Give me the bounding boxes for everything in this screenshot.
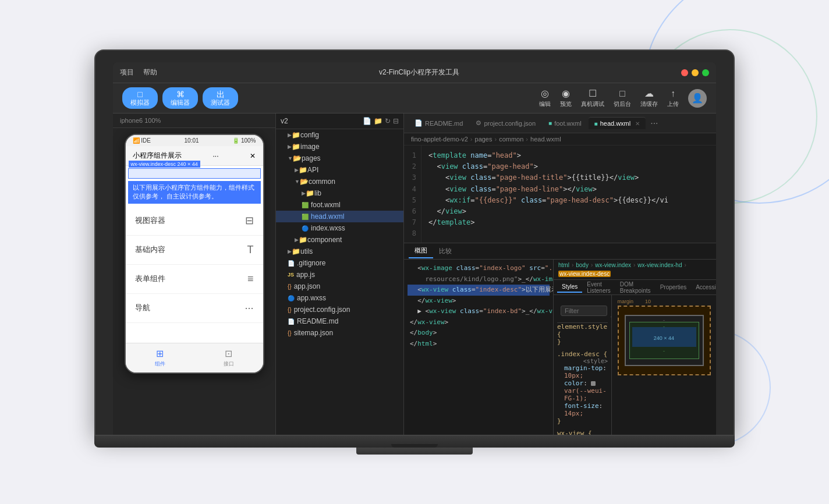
elem-wx-view-desc[interactable]: wx-view.index-desc [558, 271, 611, 277]
editor-button[interactable]: ⌘ 编辑器 [162, 87, 198, 109]
box-model: margin 10 - [611, 295, 716, 435]
dom-line-selected[interactable]: <wx-view class="index-desc">以下用展示小程序官方组件… [408, 285, 550, 296]
dom-view[interactable]: <wx-image class="index-logo" src="../res… [404, 260, 553, 435]
breadcrumb: fino-applet-demo-v2 › pages › common › h… [404, 133, 716, 145]
tab-foot-wxml[interactable]: ■ foot.wxml [543, 118, 587, 129]
elem-wx-view-hd[interactable]: wx-view.index-hd [637, 262, 682, 268]
device-debug-action[interactable]: ☐ 真机调试 [581, 88, 604, 108]
view-container-icon: ⊟ [245, 214, 254, 227]
menu-bar: 项目 帮助 [120, 68, 157, 77]
phone-battery: 🔋 100% [232, 137, 256, 144]
tree-item-label: head.wxml [311, 212, 344, 221]
more-tabs-icon[interactable]: ··· [647, 118, 661, 129]
clear-cache-action[interactable]: ☁ 清缓存 [640, 88, 658, 108]
phone-header-menu[interactable]: ··· [212, 152, 218, 160]
tester-button[interactable]: 出 测试器 [203, 87, 238, 109]
simulator-button[interactable]: □ 模拟器 [122, 87, 158, 109]
btab-compare[interactable]: 比较 [433, 244, 458, 258]
readme-tab-icon: 📄 [414, 119, 423, 127]
tree-item-common[interactable]: ▼ 📂 common [276, 176, 403, 187]
tree-item-label: component [307, 236, 342, 244]
stab-accessibility[interactable]: Accessibility [691, 282, 716, 292]
filter-input[interactable] [561, 306, 607, 316]
stab-dom-breakpoints[interactable]: DOM Breakpoints [615, 279, 656, 296]
elem-html[interactable]: html [558, 262, 569, 268]
tree-item-config[interactable]: ▶ 📁 config [276, 129, 403, 141]
elem-wx-view-index[interactable]: wx-view.index [595, 262, 631, 268]
tree-item-index-wxss[interactable]: 🔵 index.wxss [276, 222, 403, 234]
tree-item-project-config.json[interactable]: {} project.config.json [276, 304, 403, 315]
new-folder-icon[interactable]: 📁 [374, 117, 382, 125]
phone-signal: 📶 IDE [133, 137, 151, 144]
tree-item-label: common [309, 178, 335, 186]
elem-body[interactable]: body [576, 262, 589, 268]
menu-item-help[interactable]: 帮助 [143, 68, 157, 77]
code-line-2: <view class="page-head"> [428, 161, 709, 172]
refresh-icon[interactable]: ↻ [385, 117, 391, 125]
maximize-button[interactable] [702, 69, 709, 76]
list-item-view-container[interactable]: 视图容器 ⊟ [126, 206, 263, 236]
tree-item--gitignore[interactable]: 📄 .gitignore [276, 257, 403, 269]
btab-overview[interactable]: 概图 [409, 244, 433, 258]
tree-item-label: README.md [297, 317, 338, 325]
nav-interface[interactable]: ⊡ 接口 [194, 343, 263, 372]
laptop-base [94, 436, 735, 448]
tree-item-app-wxss[interactable]: 🔵 app.wxss [276, 292, 403, 304]
tree-item-API[interactable]: ▶ 📁 API [276, 164, 403, 176]
close-tab-icon[interactable]: ✕ [635, 120, 640, 127]
laptop-wrapper: 项目 帮助 v2-FinClip小程序开发工具 □ [94, 49, 735, 455]
tree-item-app-json[interactable]: {} app.json [276, 281, 403, 292]
tab-readme[interactable]: 📄 README.md [409, 117, 469, 129]
list-item-nav[interactable]: 导航 ··· [126, 294, 263, 323]
window-controls [681, 69, 709, 76]
tree-item-utils[interactable]: ▶ 📁 utils [276, 246, 403, 257]
app-title: v2-FinClip小程序开发工具 [157, 68, 681, 77]
tree-item-foot-wxml[interactable]: 🟩 foot.wxml [276, 199, 403, 211]
background-action[interactable]: □ 切后台 [614, 88, 631, 108]
tab-project-config[interactable]: ⚙ project.config.json [470, 117, 541, 129]
tree-item-app-js[interactable]: JS app.js [276, 269, 403, 281]
nav-components[interactable]: ⊞ 组件 [126, 343, 194, 372]
screen-inner: 项目 帮助 v2-FinClip小程序开发工具 □ [113, 62, 716, 435]
tree-item-lib[interactable]: ▶ 📁 lib [276, 187, 403, 199]
head-wxml-icon: ■ [594, 120, 598, 127]
bottom-panel-tabs: 概图 比较 [404, 243, 716, 260]
code-editor[interactable]: 12345678 <template name="head"> <view cl… [404, 145, 716, 243]
file-tree-items: ▶ 📁 config▶ 📁 image▼ 📂 pages▶ 📁 API▼ 📂 c… [276, 129, 403, 339]
tree-item-component[interactable]: ▶ 📁 component [276, 234, 403, 246]
editor-area: 📄 README.md ⚙ project.config.json ■ foot… [404, 113, 716, 435]
list-item-form[interactable]: 表单组件 ≡ [126, 265, 263, 294]
minimize-button[interactable] [692, 69, 699, 76]
tab-head-wxml[interactable]: ■ head.wxml ✕ [589, 117, 646, 129]
upload-action[interactable]: ↑ 上传 [667, 88, 679, 108]
project-config-icon: ⚙ [476, 119, 481, 127]
close-button[interactable] [681, 69, 688, 76]
head-wxml-label: head.wxml [600, 120, 631, 127]
tree-item-label: API [307, 166, 318, 174]
tree-item-sitemap-json[interactable]: {} sitemap.json [276, 327, 403, 339]
preview-action[interactable]: ◉ 预览 [560, 88, 572, 108]
collapse-icon[interactable]: ⊟ [393, 117, 399, 125]
tree-item-head-wxml[interactable]: 🟩 head.wxml [276, 211, 403, 222]
box-border-area: - - 240 × 44 [625, 315, 704, 366]
stab-properties[interactable]: Properties [656, 282, 692, 292]
list-item-basic-content[interactable]: 基础内容 T [126, 236, 263, 265]
phone-header-close[interactable]: ✕ [250, 152, 256, 160]
tree-item-pages[interactable]: ▼ 📂 pages [276, 152, 403, 164]
element-breadcrumb: html › body › wx-view.index › wx-view.in… [554, 260, 716, 280]
stab-styles[interactable]: Styles [557, 282, 582, 293]
box-content-area: 240 × 44 [632, 327, 696, 347]
preview-icon: ◉ [562, 88, 570, 99]
stab-event-listeners[interactable]: Event Listeners [582, 279, 615, 296]
breadcrumb-item-3[interactable]: head.wxml [530, 136, 561, 143]
edit-action[interactable]: ◎ 编辑 [539, 88, 551, 108]
menu-item-project[interactable]: 项目 [120, 68, 134, 77]
breadcrumb-item-0[interactable]: fino-applet-demo-v2 [411, 136, 468, 143]
breadcrumb-item-1[interactable]: pages [475, 136, 493, 143]
new-file-icon[interactable]: 📄 [363, 117, 371, 125]
breadcrumb-item-2[interactable]: common [499, 136, 523, 143]
tree-item-image[interactable]: ▶ 📁 image [276, 141, 403, 152]
tree-item-README-md[interactable]: 📄 README.md [276, 315, 403, 327]
style-tabs: Styles Event Listeners DOM Breakpoints P… [554, 280, 716, 295]
user-avatar[interactable]: 👤 [688, 89, 707, 108]
